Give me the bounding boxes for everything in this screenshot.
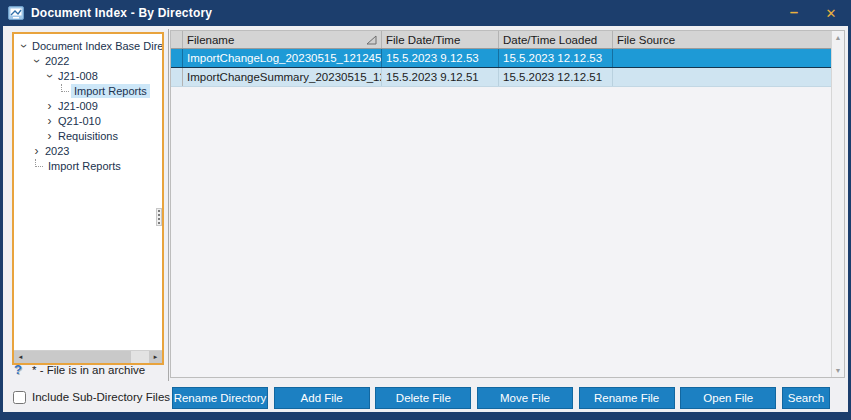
table-row-selected[interactable]: ImportChangeLog_20230515_121245.pdf 15.5… <box>171 49 844 68</box>
scroll-right-arrow-icon[interactable]: ► <box>149 351 162 363</box>
cell-file-datetime[interactable]: 15.5.2023 9.12.51 <box>382 68 499 86</box>
archive-note-text: * - File is in an archive <box>32 364 145 376</box>
chevron-down-icon[interactable]: › <box>18 41 29 51</box>
tree-item-label[interactable]: 2022 <box>42 54 72 68</box>
chevron-down-icon[interactable]: › <box>31 56 42 66</box>
document-index-window: Document Index - By Directory – ✕ › Docu… <box>0 0 851 420</box>
include-subdirectory-checkbox[interactable] <box>13 391 26 404</box>
tree-item-label[interactable]: Import Reports <box>45 159 124 173</box>
tree-item-requisitions[interactable]: › Requisitions <box>14 128 162 143</box>
directory-tree-panel: › Document Index Base Directory › 2022 ›… <box>12 32 164 365</box>
column-header-filename[interactable]: Filename <box>183 31 382 48</box>
cell-file-source[interactable] <box>613 49 844 67</box>
move-file-button[interactable]: Move File <box>477 387 573 409</box>
scroll-up-arrow-icon[interactable]: ▲ <box>835 31 842 44</box>
cell-file-datetime[interactable]: 15.5.2023 9.12.53 <box>382 49 499 67</box>
tree-item-label[interactable]: J21-009 <box>55 99 101 113</box>
tree-item-2022[interactable]: › 2022 <box>14 53 162 68</box>
app-icon <box>8 6 24 20</box>
window-title: Document Index - By Directory <box>31 6 212 20</box>
tree-branch-connector <box>35 159 43 167</box>
table-row[interactable]: ImportChangeSummary_20230515_121245 15.5… <box>171 68 844 87</box>
record-selector[interactable] <box>171 68 183 86</box>
add-file-button[interactable]: Add File <box>274 387 370 409</box>
scroll-down-arrow-icon[interactable]: ▼ <box>835 364 842 377</box>
search-button[interactable]: Search <box>782 387 830 409</box>
directory-tree: › Document Index Base Directory › 2022 ›… <box>14 34 162 350</box>
record-selector[interactable] <box>171 49 183 67</box>
tree-item-label[interactable]: J21-008 <box>55 69 101 83</box>
delete-file-button[interactable]: Delete File <box>375 387 471 409</box>
tree-item-j21-009[interactable]: › J21-009 <box>14 98 162 113</box>
column-header-file-datetime[interactable]: File Date/Time <box>382 31 499 48</box>
archive-note: ? * - File is in an archive <box>14 362 145 377</box>
help-icon: ? <box>14 362 28 377</box>
file-table: Filename File Date/Time Date/Time Loaded… <box>170 30 845 378</box>
panel-splitter[interactable] <box>168 29 169 381</box>
tree-item-label[interactable]: Document Index Base Directory <box>29 39 162 53</box>
chevron-right-icon[interactable]: › <box>44 101 55 111</box>
cell-filename[interactable]: ImportChangeSummary_20230515_121245 <box>183 68 382 86</box>
table-vertical-scrollbar[interactable]: ▲ ▼ <box>831 31 844 377</box>
tree-item-import-reports-root[interactable]: Import Reports <box>14 158 162 173</box>
record-selector-header <box>171 31 183 48</box>
cell-datetime-loaded[interactable]: 15.5.2023 12.12.53 <box>499 49 613 67</box>
dialog-content: › Document Index Base Directory › 2022 ›… <box>3 26 848 412</box>
open-file-button[interactable]: Open File <box>680 387 776 409</box>
include-subdirectory-label: Include Sub-Directory Files <box>32 391 170 403</box>
tree-item-label[interactable]: Import Reports <box>71 84 150 98</box>
cell-datetime-loaded[interactable]: 15.5.2023 12.12.51 <box>499 68 613 86</box>
minimize-icon[interactable]: – <box>777 0 811 26</box>
rename-file-button[interactable]: Rename File <box>579 387 675 409</box>
tree-item-2023[interactable]: › 2023 <box>14 143 162 158</box>
sort-indicator-icon <box>366 35 377 45</box>
tree-item-label[interactable]: 2023 <box>42 144 72 158</box>
chevron-right-icon[interactable]: › <box>31 146 42 156</box>
chevron-down-icon[interactable]: › <box>44 71 55 81</box>
close-icon[interactable]: ✕ <box>811 0 851 26</box>
tree-branch-connector <box>61 84 69 92</box>
titlebar-buttons: – ✕ <box>777 0 851 26</box>
action-button-row: Rename Directory Add File Delete File Mo… <box>172 387 830 409</box>
include-subdirectory-option: Include Sub-Directory Files <box>13 386 170 408</box>
cell-file-source[interactable] <box>613 68 844 86</box>
tree-item-import-reports[interactable]: Import Reports <box>14 83 162 98</box>
tree-item-label[interactable]: Q21-010 <box>55 114 104 128</box>
tree-item-base-directory[interactable]: › Document Index Base Directory <box>14 38 162 53</box>
tree-item-j21-008[interactable]: › J21-008 <box>14 68 162 83</box>
splitter-grip-handle[interactable] <box>156 208 162 226</box>
column-header-datetime-loaded[interactable]: Date/Time Loaded <box>499 31 613 48</box>
column-header-file-source[interactable]: File Source <box>613 31 844 48</box>
rename-directory-button[interactable]: Rename Directory <box>172 387 268 409</box>
chevron-right-icon[interactable]: › <box>44 131 55 141</box>
chevron-right-icon[interactable]: › <box>44 116 55 126</box>
tree-item-label[interactable]: Requisitions <box>55 129 121 143</box>
table-header-row: Filename File Date/Time Date/Time Loaded… <box>171 31 844 49</box>
tree-item-q21-010[interactable]: › Q21-010 <box>14 113 162 128</box>
titlebar: Document Index - By Directory – ✕ <box>0 0 851 26</box>
cell-filename[interactable]: ImportChangeLog_20230515_121245.pdf <box>183 49 382 67</box>
